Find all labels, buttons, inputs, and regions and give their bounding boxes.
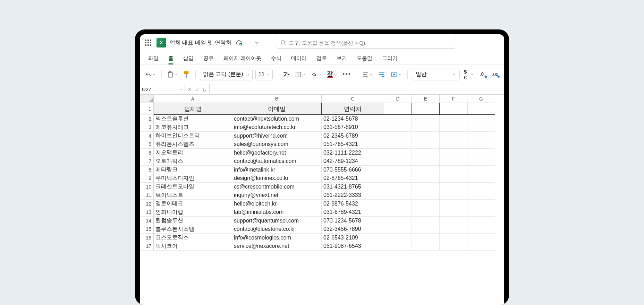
cell[interactable]: hello@geofactory.net [232, 149, 322, 157]
cell[interactable]: support@quantumsol.com [232, 217, 322, 225]
cell[interactable]: 퀀텀솔루션 [154, 217, 232, 225]
cell[interactable]: 메타링크 [154, 166, 232, 174]
col-header[interactable]: E [412, 95, 440, 103]
cell[interactable]: hello@eloitech.kr [232, 200, 322, 208]
formula-bar[interactable] [210, 84, 504, 94]
col-header[interactable]: F [440, 95, 467, 103]
align-button[interactable] [361, 69, 374, 80]
formula-input[interactable] [212, 87, 501, 92]
cell[interactable]: info@metalink.kr [232, 166, 322, 174]
search-bar[interactable] [276, 37, 456, 49]
decrease-decimal-button[interactable]: .00 [478, 69, 488, 80]
search-input[interactable] [289, 40, 452, 46]
tab-검토[interactable]: 검토 [312, 52, 332, 64]
cell[interactable]: 02-1234-5678 [322, 115, 384, 123]
spreadsheet-grid[interactable]: A B C D E F G 1업체명이메일연락처2넥스트솔루션contact@n… [140, 95, 504, 305]
tab-페이지 레이아웃[interactable]: 페이지 레이아웃 [219, 52, 266, 64]
bold-button[interactable]: 가 [281, 69, 291, 80]
cell[interactable]: info@cosmologics.com [232, 234, 322, 242]
cell[interactable]: 042-789-1234 [322, 157, 384, 166]
cell[interactable]: 032-3456-7890 [322, 225, 384, 234]
cell[interactable]: 블루스톤시스템 [154, 225, 232, 234]
col-header[interactable]: A [154, 95, 232, 103]
cell[interactable]: contact@nextsolution.com [232, 115, 322, 123]
cell[interactable]: cs@crescentmobile.com [232, 183, 322, 191]
merge-button[interactable] [389, 69, 403, 80]
cell[interactable]: inquiry@vnext.net [232, 191, 322, 200]
cell[interactable]: 032-1111-2222 [322, 149, 384, 157]
col-header[interactable]: B [232, 95, 322, 103]
cell[interactable]: 02-8765-4321 [322, 174, 384, 183]
cell[interactable]: 070-1234-5678 [322, 217, 384, 225]
tab-데이터[interactable]: 데이터 [286, 52, 312, 64]
font-name-select[interactable]: 맑은 고딕 (본문) [200, 69, 253, 80]
row-header[interactable]: 13 [140, 208, 154, 217]
wrap-text-button[interactable] [377, 69, 387, 80]
increase-decimal-button[interactable]: .00 [490, 69, 500, 80]
row-header[interactable]: 9 [140, 174, 154, 183]
cell[interactable]: 엘로이테크 [154, 200, 232, 208]
cell[interactable]: contact@automatics.com [232, 157, 322, 166]
row-header[interactable]: 5 [140, 140, 154, 149]
more-font-button[interactable]: ••• [341, 69, 353, 80]
row-header[interactable]: 17 [140, 242, 154, 251]
row-header[interactable]: 7 [140, 157, 154, 166]
cell[interactable]: 02-9876-5432 [322, 200, 384, 208]
col-header[interactable]: D [384, 95, 412, 103]
cell[interactable]: 루미넥스디자인 [154, 174, 232, 183]
cell[interactable]: sales@purionsys.com [232, 140, 322, 149]
accept-formula-icon[interactable]: ✓ [195, 87, 200, 92]
cell[interactable]: design@luminex.co.kr [232, 174, 322, 183]
cell[interactable]: 02-2345-6789 [322, 132, 384, 140]
name-box-input[interactable] [142, 87, 166, 92]
row-header[interactable]: 15 [140, 225, 154, 234]
cell[interactable]: support@hiveind.com [232, 132, 322, 140]
cell[interactable]: 031-4321-8765 [322, 183, 384, 191]
row-header[interactable]: 3 [140, 123, 154, 132]
cell[interactable]: 02-6543-2109 [322, 234, 384, 242]
cell[interactable]: 코스모로직스 [154, 234, 232, 242]
grid-body[interactable]: 1업체명이메일연락처2넥스트솔루션contact@nextsolution.co… [140, 103, 504, 305]
cell[interactable]: 051-2222-3333 [322, 191, 384, 200]
tab-홈[interactable]: 홈 [163, 52, 178, 64]
title-dropdown[interactable] [252, 38, 261, 47]
cell[interactable]: contact@bluestone.co.kr [232, 225, 322, 234]
cell[interactable]: 퓨리온시스템즈 [154, 140, 232, 149]
fill-color-button[interactable] [310, 69, 323, 80]
fx-icon[interactable]: fx [203, 86, 206, 93]
row-header[interactable]: 8 [140, 166, 154, 174]
table-header-cell[interactable]: 업체명 [154, 103, 232, 115]
cell[interactable]: 지오팩토리 [154, 149, 232, 157]
cell[interactable]: 넥스트솔루션 [154, 115, 232, 123]
tab-수식[interactable]: 수식 [266, 52, 286, 64]
tab-삽입[interactable]: 삽입 [178, 52, 198, 64]
cancel-formula-icon[interactable]: ✕ [188, 87, 192, 92]
row-header[interactable]: 6 [140, 149, 154, 157]
cell[interactable]: 에코퓨처테크 [154, 123, 232, 132]
cell[interactable]: 051-765-4321 [322, 140, 384, 149]
cell[interactable]: lab@infinialabs.com [232, 208, 322, 217]
table-header-cell[interactable]: 연락처 [322, 103, 384, 115]
cell[interactable]: 인피니아랩 [154, 208, 232, 217]
tab-보기[interactable]: 보기 [332, 52, 352, 64]
font-color-button[interactable]: 갚 [325, 69, 339, 80]
cell[interactable]: 브이넥스트 [154, 191, 232, 200]
name-box[interactable] [140, 84, 185, 94]
currency-button[interactable]: $€ [463, 69, 475, 80]
row-header[interactable]: 10 [140, 183, 154, 191]
cloud-sync-icon[interactable] [236, 40, 243, 45]
col-header[interactable]: G [467, 95, 495, 103]
row-header[interactable]: 11 [140, 191, 154, 200]
row-header[interactable]: 1 [140, 103, 154, 115]
cell[interactable]: 오토매틱스 [154, 157, 232, 166]
cell[interactable]: info@ecofuturetech.co.kr [232, 123, 322, 132]
cell[interactable]: 크레센트모바일 [154, 183, 232, 191]
tab-그리기[interactable]: 그리기 [377, 52, 402, 64]
row-header[interactable]: 16 [140, 234, 154, 242]
cell[interactable]: 031-6789-4321 [322, 208, 384, 217]
cell[interactable]: 넥사코어 [154, 242, 232, 251]
cell[interactable]: 070-5555-6666 [322, 166, 384, 174]
row-header[interactable]: 4 [140, 132, 154, 140]
cell[interactable]: service@nexacore.net [232, 242, 322, 251]
col-header[interactable]: C [322, 95, 384, 103]
